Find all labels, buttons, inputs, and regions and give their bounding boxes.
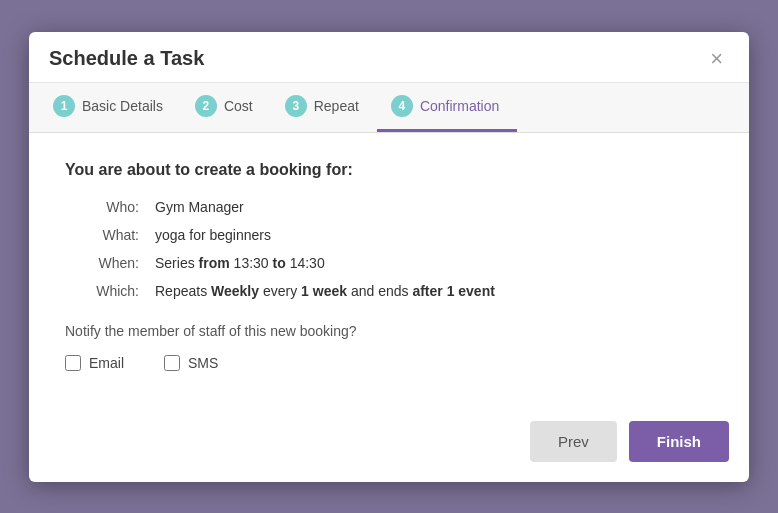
when-label: When: xyxy=(65,255,155,271)
notify-text: Notify the member of staff of this new b… xyxy=(65,323,713,339)
booking-heading: You are about to create a booking for: xyxy=(65,161,713,179)
email-checkbox[interactable] xyxy=(65,355,81,371)
schedule-task-modal: Schedule a Task × 1 Basic Details 2 Cost… xyxy=(29,32,749,482)
modal-title: Schedule a Task xyxy=(49,47,204,70)
tab-bar: 1 Basic Details 2 Cost 3 Repeat 4 Confir… xyxy=(29,83,749,133)
who-value: Gym Manager xyxy=(155,199,713,215)
when-from-bold: from xyxy=(199,255,230,271)
tab-num-3: 3 xyxy=(285,95,307,117)
sms-label: SMS xyxy=(188,355,218,371)
tab-num-2: 2 xyxy=(195,95,217,117)
when-to-bold: to xyxy=(273,255,286,271)
email-checkbox-label[interactable]: Email xyxy=(65,355,124,371)
sms-checkbox[interactable] xyxy=(164,355,180,371)
which-label: Which: xyxy=(65,283,155,299)
email-label: Email xyxy=(89,355,124,371)
who-label: Who: xyxy=(65,199,155,215)
modal-body: You are about to create a booking for: W… xyxy=(29,133,749,421)
which-after-bold: after 1 event xyxy=(412,283,494,299)
prev-button[interactable]: Prev xyxy=(530,421,617,462)
when-value: Series from 13:30 to 14:30 xyxy=(155,255,713,271)
sms-checkbox-label[interactable]: SMS xyxy=(164,355,218,371)
which-value: Repeats Weekly every 1 week and ends aft… xyxy=(155,283,713,299)
tab-repeat[interactable]: 3 Repeat xyxy=(271,83,377,132)
tab-num-4: 4 xyxy=(391,95,413,117)
booking-details-grid: Who: Gym Manager What: yoga for beginner… xyxy=(65,199,713,299)
what-label: What: xyxy=(65,227,155,243)
close-button[interactable]: × xyxy=(704,46,729,72)
which-weekly-bold: Weekly xyxy=(211,283,259,299)
tab-label-2: Cost xyxy=(224,98,253,114)
tab-label-3: Repeat xyxy=(314,98,359,114)
finish-button[interactable]: Finish xyxy=(629,421,729,462)
notification-checkboxes: Email SMS xyxy=(65,355,713,371)
modal-header: Schedule a Task × xyxy=(29,32,749,83)
which-1week-bold: 1 week xyxy=(301,283,347,299)
tab-label-1: Basic Details xyxy=(82,98,163,114)
tab-num-1: 1 xyxy=(53,95,75,117)
tab-basic-details[interactable]: 1 Basic Details xyxy=(39,83,181,132)
tab-label-4: Confirmation xyxy=(420,98,499,114)
tab-cost[interactable]: 2 Cost xyxy=(181,83,271,132)
modal-footer: Prev Finish xyxy=(29,421,749,482)
what-value: yoga for beginners xyxy=(155,227,713,243)
tab-confirmation[interactable]: 4 Confirmation xyxy=(377,83,517,132)
